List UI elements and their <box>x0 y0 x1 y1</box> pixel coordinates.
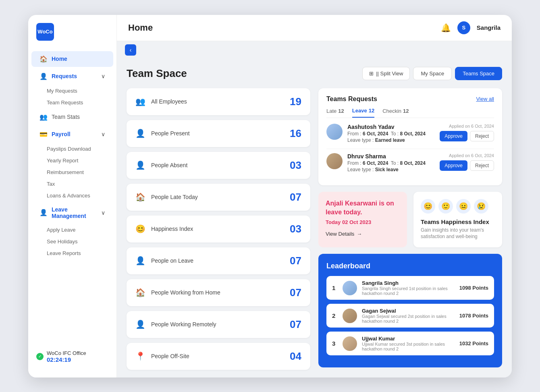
req2-type: Sick leave <box>375 167 399 172</box>
tab-late[interactable]: Late 12 <box>326 108 344 118</box>
view-details-button[interactable]: View Details → <box>326 231 362 237</box>
sidebar-item-leave[interactable]: 👤 Leave Management ∨ <box>31 202 113 223</box>
stat-card-wfh[interactable]: 🏠 People Working from Home 07 <box>127 279 310 306</box>
bottom-row: Anjali Kesarwani is on leave today. Toda… <box>318 192 502 248</box>
app-container: WoCo 🏠 Home 👤 Requests ∨ My Requests Tea… <box>28 15 512 377</box>
lb-desc-2: Gagan Sejwal secured 2st position in sal… <box>362 314 455 324</box>
content-area: Team Space ⊞ || Split View My Space Team… <box>117 59 512 377</box>
sidebar-item-payroll[interactable]: 💳 Payroll ∨ <box>31 127 113 142</box>
stat-card-late[interactable]: 🏠 People Late Today 07 <box>127 184 310 211</box>
stat-card-present[interactable]: 👤 People Present 16 <box>127 120 310 147</box>
on-leave-label: People on Leave <box>151 257 193 264</box>
sidebar-bottom: WoCo IFC Office 02:24:19 <box>28 344 116 369</box>
stat-card-employees[interactable]: 👥 All Employees 19 <box>127 88 310 115</box>
office-time: 02:24:19 <box>47 356 86 363</box>
requests-title: Teams Requests <box>326 95 377 103</box>
reject-button-1[interactable]: Reject <box>470 131 494 141</box>
leaderboard-item-1[interactable]: 1 Sangrila Singh Sangrila Singh secured … <box>326 276 494 300</box>
view-details-label: View Details <box>326 231 354 237</box>
employees-label: All Employees <box>151 98 187 105</box>
happiness-stat-label: Happiness Index <box>151 226 193 232</box>
lb-avatar-2 <box>343 309 357 323</box>
req1-from: 6 Oct, 2024 <box>363 131 388 137</box>
leaderboard-item-2[interactable]: 2 Gagan Sejwal Gagan Sejwal secured 2st … <box>326 304 494 328</box>
requester-1-name: Aashutosh Yadav <box>347 124 435 130</box>
view-buttons: ⊞ || Split View My Space Teams Space <box>362 67 502 80</box>
leave-icon: 👤 <box>39 209 48 216</box>
sidebar-item-requests[interactable]: 👤 Requests ∨ <box>31 68 113 84</box>
slight-smile-emoji: 🙂 <box>438 199 453 214</box>
split-view-label: || Split View <box>376 71 403 77</box>
collapse-button[interactable]: ‹ <box>125 44 136 56</box>
absent-value: 03 <box>290 159 301 172</box>
employees-value: 19 <box>290 95 301 108</box>
lb-desc-3: Ujjwal Kumar secured 3st position in sal… <box>362 342 455 351</box>
sidebar: WoCo 🏠 Home 👤 Requests ∨ My Requests Tea… <box>28 15 117 377</box>
bell-icon[interactable]: 🔔 <box>441 23 451 33</box>
approve-button-1[interactable]: Approve <box>440 131 467 141</box>
logo-box: WoCo <box>36 23 54 41</box>
stat-card-on-leave[interactable]: 👤 People on Leave 07 <box>127 247 310 274</box>
absent-icon: 👤 <box>135 160 145 170</box>
split-view-button[interactable]: ⊞ || Split View <box>362 67 410 80</box>
present-value: 16 <box>290 127 301 140</box>
sidebar-item-reimbursement[interactable]: Reimbursement <box>28 166 116 178</box>
lb-name-3: Ujjwal Kumar <box>362 336 455 342</box>
lb-avatar-1 <box>343 281 357 295</box>
sidebar-item-leave-reports[interactable]: Leave Reports <box>28 247 116 259</box>
sidebar-logo: WoCo <box>28 23 116 50</box>
my-space-button[interactable]: My Space <box>413 67 452 80</box>
office-name: WoCo IFC Office <box>47 350 86 356</box>
divider <box>326 149 494 149</box>
tab-checkin[interactable]: Checkin 12 <box>382 108 409 118</box>
approve-button-2[interactable]: Approve <box>440 160 467 171</box>
on-leave-icon: 👤 <box>135 256 145 265</box>
stat-card-remote[interactable]: 👤 People Working Remotely 07 <box>127 311 310 338</box>
sidebar-item-my-requests[interactable]: My Requests <box>28 85 116 97</box>
request-item-1: Aashutosh Yadav From : 6 Oct, 2024 To : … <box>326 124 494 143</box>
offsite-value: 04 <box>290 350 301 363</box>
remote-icon: 👤 <box>135 319 145 329</box>
leaderboard-item-3[interactable]: 3 Ujjwal Kumar Ujjwal Kumar secured 3st … <box>326 332 494 355</box>
lb-rank-3: 3 <box>332 340 338 347</box>
tab-leave[interactable]: Leave 12 <box>352 108 374 118</box>
sidebar-item-team-requests[interactable]: Team Requests <box>28 97 116 108</box>
payroll-icon: 💳 <box>39 131 48 138</box>
sidebar-item-yearly-report[interactable]: Yearly Report <box>28 155 116 166</box>
late-icon: 🏠 <box>135 192 145 202</box>
late-value: 07 <box>290 191 301 203</box>
main-area: Home 🔔 S Sangrila ‹ Team Space ⊞ || Spli… <box>117 15 512 377</box>
avatar: S <box>457 21 470 34</box>
sidebar-item-payslips[interactable]: Payslips Download <box>28 143 116 155</box>
team-stats-label: Team Stats <box>52 114 80 120</box>
reject-button-2[interactable]: Reject <box>470 160 494 171</box>
happiness-title: Teams Happiness Index <box>421 218 495 225</box>
req1-applied: Applied on 6 Oct, 2024 <box>449 124 494 129</box>
content-header: Team Space ⊞ || Split View My Space Team… <box>127 67 502 80</box>
leave-notice-card: Anjali Kesarwani is on leave today. Toda… <box>318 192 407 248</box>
sidebar-item-holidays[interactable]: See Holidays <box>28 236 116 247</box>
sidebar-item-loans[interactable]: Loans & Advances <box>28 190 116 201</box>
sidebar-item-apply-leave[interactable]: Apply Leave <box>28 224 116 236</box>
view-all-link[interactable]: View all <box>476 96 494 102</box>
sidebar-item-tax[interactable]: Tax <box>28 178 116 190</box>
leave-label: Leave Management <box>52 206 97 219</box>
request-item-2: Dhruv Sharma From : 6 Oct, 2024 To : 8 O… <box>326 153 494 172</box>
sidebar-home-label: Home <box>52 56 67 62</box>
requester-1-avatar <box>326 124 343 140</box>
sidebar-item-home[interactable]: 🏠 Home <box>31 51 113 67</box>
stat-card-offsite[interactable]: 📍 People Off-Site 04 <box>127 343 310 370</box>
chevron-requests-icon: ∨ <box>101 73 105 79</box>
lb-points-2: 1078 Points <box>459 313 488 319</box>
chevron-payroll-icon: ∨ <box>101 131 105 137</box>
neutral-emoji: 😐 <box>456 199 471 214</box>
happiness-stat-icon: 😊 <box>135 224 145 234</box>
stat-cards-column: 👥 All Employees 19 👤 People Present 16 <box>127 88 310 370</box>
stat-card-happiness[interactable]: 😊 Happiness Index 03 <box>127 216 310 243</box>
employees-icon: 👥 <box>135 97 145 106</box>
stat-card-absent[interactable]: 👤 People Absent 03 <box>127 152 310 179</box>
teams-space-button[interactable]: Teams Space <box>455 67 502 80</box>
content-title: Team Space <box>127 67 187 80</box>
wfh-icon: 🏠 <box>135 288 145 297</box>
sidebar-item-team-stats[interactable]: 👥 Team Stats <box>31 109 113 125</box>
